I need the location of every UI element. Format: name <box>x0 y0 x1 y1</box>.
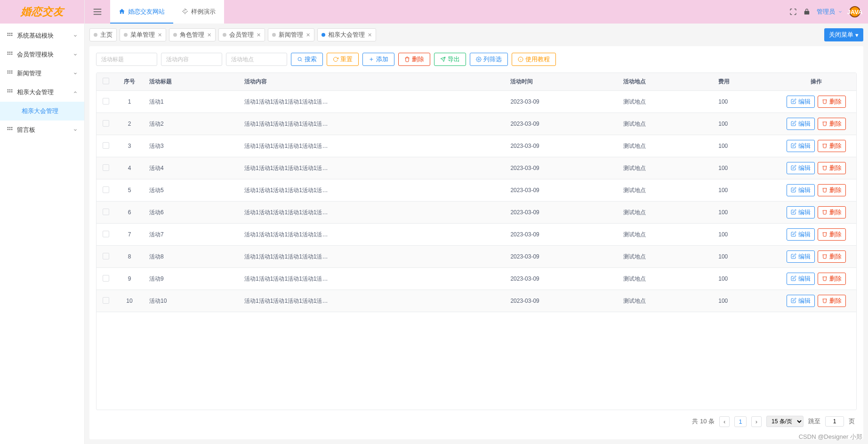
row-checkbox[interactable] <box>103 297 109 304</box>
sidebar-subitem[interactable]: 相亲大会管理 <box>0 102 84 121</box>
cell-index: 5 <box>115 179 144 202</box>
row-checkbox[interactable] <box>103 142 109 149</box>
cell-title: 活动6 <box>144 202 239 224</box>
jump-input[interactable] <box>825 416 844 427</box>
row-checkbox[interactable] <box>103 209 109 215</box>
edit-button[interactable]: 编辑 <box>787 295 815 307</box>
table-row: 8活动8活动1活动1活动1活动1活动1活…2023-03-09测试地点100编辑… <box>96 246 856 268</box>
top-tab[interactable]: 样例演示 <box>173 0 224 24</box>
row-delete-button[interactable]: 删除 <box>818 273 846 285</box>
topbar: 婚恋交友网站样例演示 管理员 JAVA <box>85 0 868 24</box>
column-filter-button[interactable]: 列筛选 <box>470 53 508 66</box>
home-icon <box>119 8 125 16</box>
next-page-button[interactable]: › <box>751 416 762 427</box>
search-button[interactable]: 搜索 <box>291 53 323 66</box>
row-delete-button[interactable]: 删除 <box>818 206 846 218</box>
column-header: 费用 <box>713 73 776 91</box>
edit-button[interactable]: 编辑 <box>787 228 815 241</box>
row-delete-button[interactable]: 删除 <box>818 228 846 241</box>
row-checkbox[interactable] <box>103 275 109 282</box>
add-button[interactable]: 添加 <box>362 53 394 66</box>
close-icon[interactable]: ✕ <box>158 32 162 38</box>
sidebar-item-label: 留言板 <box>17 126 35 134</box>
row-checkbox[interactable] <box>103 186 109 193</box>
svg-rect-2 <box>11 32 12 33</box>
svg-rect-29 <box>9 129 10 129</box>
sidebar-item[interactable]: 会员管理模块 <box>0 45 84 64</box>
top-tab[interactable]: 婚恋交友网站 <box>110 0 173 24</box>
edit-button[interactable]: 编辑 <box>787 118 815 130</box>
edit-icon <box>791 121 796 128</box>
svg-rect-28 <box>8 129 8 129</box>
tab-chip[interactable]: 角色管理✕ <box>169 28 216 41</box>
close-icon[interactable]: ✕ <box>368 32 372 38</box>
edit-button[interactable]: 编辑 <box>787 206 815 218</box>
sidebar-item[interactable]: 新闻管理 <box>0 64 84 83</box>
close-icon[interactable]: ✕ <box>306 32 310 38</box>
help-button[interactable]: 使用教程 <box>512 53 556 66</box>
menu-toggle-icon[interactable] <box>92 7 103 17</box>
avatar[interactable]: JAVA <box>849 6 860 17</box>
row-delete-button[interactable]: 删除 <box>818 96 846 108</box>
tab-chip[interactable]: 相亲大会管理✕ <box>317 28 376 41</box>
tab-chip[interactable]: 会员管理✕ <box>218 28 265 41</box>
edit-button[interactable]: 编辑 <box>787 273 815 285</box>
sidebar-item[interactable]: 留言板 <box>0 121 84 139</box>
row-checkbox[interactable] <box>103 120 109 127</box>
prev-page-button[interactable]: ‹ <box>719 416 730 427</box>
row-delete-button[interactable]: 删除 <box>818 295 846 307</box>
edit-icon <box>791 253 796 260</box>
svg-rect-0 <box>8 32 8 33</box>
row-checkbox[interactable] <box>103 231 109 237</box>
filter-title-input[interactable] <box>96 53 157 66</box>
row-checkbox[interactable] <box>103 98 109 105</box>
sidebar-item[interactable]: 相亲大会管理 <box>0 83 84 102</box>
row-checkbox[interactable] <box>103 164 109 171</box>
cell-place: 测试地点 <box>618 113 713 135</box>
sidebar-item[interactable]: 系统基础模块 <box>0 26 84 45</box>
trash-icon <box>822 253 828 260</box>
row-delete-button[interactable]: 删除 <box>818 118 846 130</box>
user-menu[interactable]: 管理员 <box>817 8 843 16</box>
edit-button[interactable]: 编辑 <box>787 162 815 174</box>
fullscreen-icon[interactable] <box>789 8 797 16</box>
edit-button[interactable]: 编辑 <box>787 250 815 263</box>
lock-icon[interactable] <box>804 8 810 15</box>
cell-title: 活动1 <box>144 91 239 113</box>
trash-icon <box>822 209 828 216</box>
edit-button[interactable]: 编辑 <box>787 96 815 108</box>
row-delete-button[interactable]: 删除 <box>818 162 846 174</box>
export-button[interactable]: 导出 <box>434 53 466 66</box>
tab-chip-label: 会员管理 <box>229 31 254 39</box>
page-size-select[interactable]: 15 条/页 <box>766 416 804 427</box>
refresh-icon <box>333 57 338 62</box>
reset-button[interactable]: 重置 <box>327 53 359 66</box>
edit-button[interactable]: 编辑 <box>787 184 815 196</box>
page-number[interactable]: 1 <box>734 416 746 427</box>
delete-button[interactable]: 删除 <box>398 53 430 66</box>
logo: 婚恋交友 <box>0 0 84 24</box>
filter-content-input[interactable] <box>161 53 222 66</box>
grid-icon <box>7 70 13 78</box>
select-all-checkbox[interactable] <box>103 78 109 84</box>
pagination: 共 10 条 ‹ 1 › 15 条/页 跳至 页 <box>96 410 857 433</box>
svg-rect-1 <box>9 32 10 33</box>
row-delete-button[interactable]: 删除 <box>818 140 846 152</box>
row-checkbox[interactable] <box>103 253 109 259</box>
edit-button[interactable]: 编辑 <box>787 140 815 152</box>
svg-rect-21 <box>8 91 8 92</box>
close-icon[interactable]: ✕ <box>207 32 211 38</box>
cell-content: 活动1活动1活动1活动1活动1活… <box>239 268 505 290</box>
table-row: 10活动10活动1活动1活动1活动1活动1活…2023-03-09测试地点100… <box>96 290 856 312</box>
chevron-icon <box>73 32 78 40</box>
row-delete-button[interactable]: 删除 <box>818 184 846 196</box>
row-delete-button[interactable]: 删除 <box>818 250 846 263</box>
close-icon[interactable]: ✕ <box>257 32 261 38</box>
tab-chip[interactable]: 菜单管理✕ <box>120 28 166 41</box>
trash-icon <box>822 275 828 283</box>
column-header: 活动时间 <box>505 73 618 91</box>
close-menu-button[interactable]: 关闭菜单▾ <box>824 28 863 41</box>
filter-place-input[interactable] <box>226 53 287 66</box>
tab-chip[interactable]: 主页 <box>89 28 117 41</box>
tab-chip[interactable]: 新闻管理✕ <box>268 28 314 41</box>
